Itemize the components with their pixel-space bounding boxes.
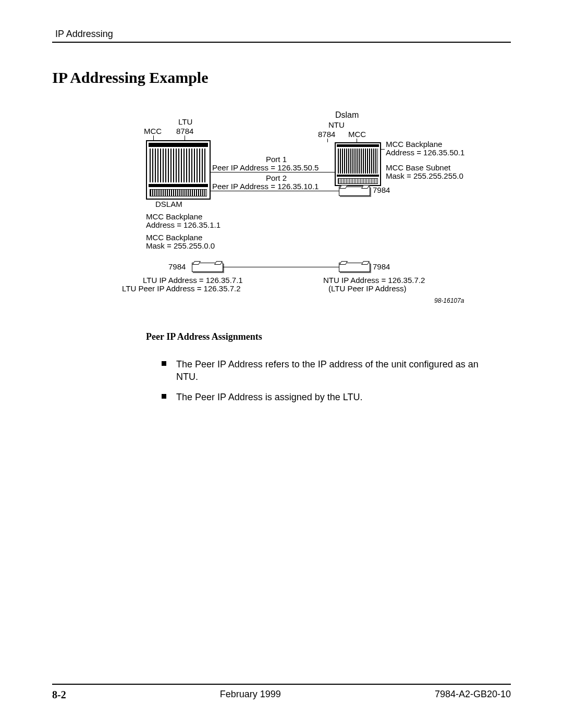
footer-docid: 7984-A2-GB20-10 <box>435 689 511 701</box>
label-ntu: NTU <box>328 121 345 130</box>
label-ntu-peer-note: (LTU Peer IP Address) <box>328 285 407 293</box>
header-rule <box>52 42 511 43</box>
label-dslam-right: Dslam <box>335 110 359 120</box>
page-footer: 8-2 February 1999 7984-A2-GB20-10 <box>52 684 511 701</box>
footer-date: February 1999 <box>220 689 281 701</box>
list-item: The Peer IP Address refers to the IP add… <box>162 358 495 384</box>
tick <box>153 135 154 140</box>
label-mcc-backplane-addr-val: Address = 126.35.50.1 <box>386 149 464 157</box>
tick <box>380 149 385 150</box>
label-mcc-base-subnet-val: Mask = 255.255.255.0 <box>386 172 463 181</box>
page-number: 8-2 <box>52 689 66 701</box>
net-link <box>210 172 335 172</box>
list-item: The Peer IP Address is assigned by the L… <box>162 391 495 403</box>
bullet-list: The Peer IP Address refers to the IP add… <box>162 358 495 403</box>
figure-reference: 98-16107a <box>434 298 464 304</box>
network-diagram: LTU MCC 8784 DSLAM Port 1 Peer IP Addres… <box>146 118 480 316</box>
label-ltu-model: 8784 <box>176 127 193 136</box>
label-left-backplane-mask-val: Mask = 255.255.0.0 <box>146 242 215 251</box>
dslam-chassis-left <box>146 140 211 200</box>
label-mcc-right: MCC <box>348 130 366 139</box>
label-7984: 7984 <box>373 186 390 195</box>
subsection-heading: Peer IP Address Assignments <box>146 331 511 342</box>
device-7984 <box>339 263 370 272</box>
dslam-chassis-right <box>335 142 381 186</box>
label-mcc-left: MCC <box>144 127 162 136</box>
page-title: IP Addressing Example <box>52 69 511 87</box>
tick <box>327 139 328 142</box>
label-port1-peer: Peer IP Address = 126.35.50.5 <box>212 164 319 172</box>
net-link <box>223 267 339 267</box>
net-link <box>210 191 339 191</box>
label-port2-peer: Peer IP Address = 126.35.10.1 <box>212 182 319 191</box>
label-dslam-left: DSLAM <box>155 200 182 209</box>
label-ntu-model: 8784 <box>318 130 335 139</box>
device-7984 <box>339 187 370 196</box>
label-left-backplane-addr-val: Address = 126.35.1.1 <box>146 221 221 230</box>
device-7984 <box>192 263 223 272</box>
tick <box>357 139 357 142</box>
label-7984-right: 7984 <box>373 263 390 272</box>
tick <box>185 135 185 140</box>
label-ltu: LTU <box>178 118 192 127</box>
label-ltu-peer: LTU Peer IP Address = 126.35.7.2 <box>122 285 241 293</box>
running-header: IP Addressing <box>52 29 511 42</box>
label-7984-left: 7984 <box>168 263 186 272</box>
